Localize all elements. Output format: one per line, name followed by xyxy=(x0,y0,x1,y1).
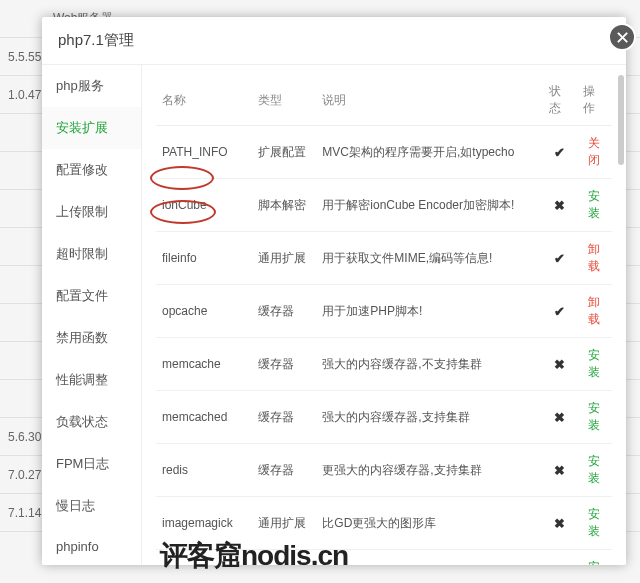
x-icon: ✖ xyxy=(554,357,565,372)
x-icon: ✖ xyxy=(554,410,565,425)
cell-desc: 用于解密ionCube Encoder加密脚本! xyxy=(316,179,543,232)
nav-item-11[interactable]: phpinfo xyxy=(42,527,141,565)
cell-status: ✖ xyxy=(543,391,576,444)
cell-name: PATH_INFO xyxy=(156,126,252,179)
check-icon: ✔ xyxy=(554,145,565,160)
table-row: imagemagick通用扩展比GD更强大的图形库✖安装 xyxy=(156,497,612,550)
th-desc: 说明 xyxy=(316,75,543,126)
nav-item-7[interactable]: 性能调整 xyxy=(42,359,141,401)
cell-name: opcache xyxy=(156,285,252,338)
cell-status: ✔ xyxy=(543,126,576,179)
table-row: fileinfo通用扩展用于获取文件MIME,编码等信息!✔卸载 xyxy=(156,232,612,285)
op-install[interactable]: 安装 xyxy=(588,189,600,220)
cell-name: xdebug xyxy=(156,550,252,566)
table-row: memcache缓存器强大的内容缓存器,不支持集群✖安装 xyxy=(156,338,612,391)
nav-item-4[interactable]: 超时限制 xyxy=(42,233,141,275)
x-icon: ✖ xyxy=(554,198,565,213)
check-icon: ✔ xyxy=(554,304,565,319)
th-name: 名称 xyxy=(156,75,252,126)
th-op: 操作 xyxy=(577,75,612,126)
table-row: opcache缓存器用于加速PHP脚本!✔卸载 xyxy=(156,285,612,338)
cell-status: ✔ xyxy=(543,285,576,338)
cell-desc: 用于加速PHP脚本! xyxy=(316,285,543,338)
table-row: redis缓存器更强大的内容缓存器,支持集群✖安装 xyxy=(156,444,612,497)
cell-name: ionCube xyxy=(156,179,252,232)
nav-item-2[interactable]: 配置修改 xyxy=(42,149,141,191)
cell-status: ✖ xyxy=(543,338,576,391)
cell-type: 通用扩展 xyxy=(252,497,317,550)
cell-desc: 不多说,不了解的不要安装 xyxy=(316,550,543,566)
nav-item-1[interactable]: 安装扩展 xyxy=(42,107,141,149)
op-install[interactable]: 安装 xyxy=(588,507,600,538)
cell-desc: MVC架构的程序需要开启,如typecho xyxy=(316,126,543,179)
modal-dialog: ✕ php7.1管理 php服务安装扩展配置修改上传限制超时限制配置文件禁用函数… xyxy=(42,17,626,565)
nav-item-5[interactable]: 配置文件 xyxy=(42,275,141,317)
check-icon: ✔ xyxy=(554,251,565,266)
op-install[interactable]: 安装 xyxy=(588,560,600,565)
x-icon: ✖ xyxy=(554,463,565,478)
op-uninstall[interactable]: 卸载 xyxy=(588,242,600,273)
cell-type: 缓存器 xyxy=(252,391,317,444)
op-close[interactable]: 关闭 xyxy=(588,136,600,167)
nav-item-9[interactable]: FPM日志 xyxy=(42,443,141,485)
cell-name: fileinfo xyxy=(156,232,252,285)
op-install[interactable]: 安装 xyxy=(588,454,600,485)
op-install[interactable]: 安装 xyxy=(588,401,600,432)
cell-name: imagemagick xyxy=(156,497,252,550)
cell-type: 通用扩展 xyxy=(252,232,317,285)
cell-desc: 比GD更强大的图形库 xyxy=(316,497,543,550)
cell-status: ✔ xyxy=(543,232,576,285)
table-row: PATH_INFO扩展配置MVC架构的程序需要开启,如typecho✔关闭 xyxy=(156,126,612,179)
cell-desc: 更强大的内容缓存器,支持集群 xyxy=(316,444,543,497)
op-install[interactable]: 安装 xyxy=(588,348,600,379)
nav-item-3[interactable]: 上传限制 xyxy=(42,191,141,233)
nav-item-8[interactable]: 负载状态 xyxy=(42,401,141,443)
nav-item-10[interactable]: 慢日志 xyxy=(42,485,141,527)
cell-name: redis xyxy=(156,444,252,497)
table-row: memcached缓存器强大的内容缓存器,支持集群✖安装 xyxy=(156,391,612,444)
th-status: 状态 xyxy=(543,75,576,126)
cell-status: ✖ xyxy=(543,179,576,232)
cell-type: 调试器 xyxy=(252,550,317,566)
modal-title: php7.1管理 xyxy=(42,17,626,65)
x-icon: ✖ xyxy=(554,516,565,531)
cell-type: 缓存器 xyxy=(252,444,317,497)
cell-desc: 用于获取文件MIME,编码等信息! xyxy=(316,232,543,285)
cell-type: 缓存器 xyxy=(252,338,317,391)
scrollbar[interactable] xyxy=(618,75,624,165)
cell-status: ✖ xyxy=(543,444,576,497)
cell-status: ✖ xyxy=(543,550,576,566)
table-row: ionCube脚本解密用于解密ionCube Encoder加密脚本!✖安装 xyxy=(156,179,612,232)
cell-desc: 强大的内容缓存器,不支持集群 xyxy=(316,338,543,391)
nav-item-0[interactable]: php服务 xyxy=(42,65,141,107)
cell-type: 扩展配置 xyxy=(252,126,317,179)
close-icon[interactable]: ✕ xyxy=(608,23,636,51)
sidebar-nav: php服务安装扩展配置修改上传限制超时限制配置文件禁用函数性能调整负载状态FPM… xyxy=(42,65,142,565)
nav-item-6[interactable]: 禁用函数 xyxy=(42,317,141,359)
content-panel: 名称 类型 说明 状态 操作 PATH_INFO扩展配置MVC架构的程序需要开启… xyxy=(142,65,626,565)
cell-name: memcached xyxy=(156,391,252,444)
cell-status: ✖ xyxy=(543,497,576,550)
cell-type: 脚本解密 xyxy=(252,179,317,232)
table-row: xdebug调试器不多说,不了解的不要安装✖安装 xyxy=(156,550,612,566)
op-uninstall[interactable]: 卸载 xyxy=(588,295,600,326)
cell-desc: 强大的内容缓存器,支持集群 xyxy=(316,391,543,444)
extensions-table: 名称 类型 说明 状态 操作 PATH_INFO扩展配置MVC架构的程序需要开启… xyxy=(156,75,612,565)
cell-name: memcache xyxy=(156,338,252,391)
th-type: 类型 xyxy=(252,75,317,126)
cell-type: 缓存器 xyxy=(252,285,317,338)
